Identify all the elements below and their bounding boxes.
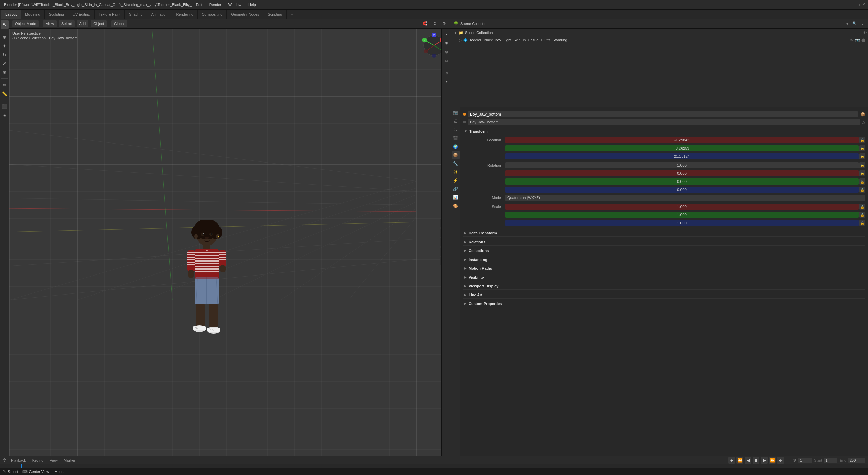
toolbar-annotate[interactable]: ✏ [1,81,9,89]
close-btn[interactable]: ✕ [862,2,865,7]
relations-header[interactable]: ▶ Relations [463,238,865,246]
start-frame-input[interactable] [824,458,837,463]
tab-modeling[interactable]: Modeling [21,10,45,19]
motion-paths-header[interactable]: ▶ Motion Paths [463,265,865,272]
props-tab-output[interactable]: 🖨 [452,117,460,125]
timeline-playback[interactable]: Playback [9,458,28,463]
tab-sculpting[interactable]: Sculpting [45,10,68,19]
viewport-shading-solid[interactable]: ● [442,30,451,38]
tab-animation[interactable]: Animation [147,10,172,19]
outliner-search-btn[interactable]: 🔍 [852,21,858,27]
props-tab-material[interactable]: 🎨 [452,202,460,210]
collections-header[interactable]: ▶ Collections [463,247,865,254]
viewport-view-menu[interactable]: View [43,20,57,27]
viewport-select-menu[interactable]: Select [59,20,75,27]
eye-icon[interactable]: 👁 [863,31,867,35]
menu-render[interactable]: Render [206,0,225,10]
viewport-add-menu[interactable]: Add [77,20,89,27]
visibility-header[interactable]: ▶ Visibility [463,273,865,281]
props-tab-modifier[interactable]: 🔧 [452,159,460,168]
toolbar-cursor[interactable]: ⊕ [1,33,9,41]
item-render-icon[interactable]: ⬤ [861,38,865,42]
toolbar-transform[interactable]: ⊞ [1,68,9,76]
tab-geometry-nodes[interactable]: Geometry Nodes [227,10,263,19]
props-tab-view-layer[interactable]: 🗂 [452,126,460,134]
menu-help[interactable]: Help [245,0,259,10]
scale-z-lock[interactable]: 🔒 [859,220,865,226]
toolbar-measure[interactable]: 📏 [1,90,9,98]
minimize-btn[interactable]: ─ [852,3,855,7]
transform-orientation[interactable]: Global [111,20,127,27]
play-forward[interactable]: ▶ [761,457,768,464]
scene-collection-label[interactable]: Scene Collection [465,31,493,35]
end-frame-input[interactable] [848,458,865,463]
play-stop[interactable]: ⏹ [753,457,760,464]
location-y-lock[interactable]: 🔒 [859,145,865,151]
tab-shading[interactable]: Shading [125,10,147,19]
tab-add[interactable]: + [287,10,297,19]
play-reverse[interactable]: ◀ [745,457,751,464]
rotation-z-lock[interactable]: 🔒 [859,187,865,193]
props-tab-world[interactable]: 🌍 [452,142,460,151]
timeline-view[interactable]: View [47,458,60,463]
instancing-header[interactable]: ▶ Instancing [463,256,865,263]
viewport-object-menu[interactable]: Object [91,20,107,27]
tab-rendering[interactable]: Rendering [172,10,198,19]
delta-transform-header[interactable]: ▶ Delta Transform [463,229,865,237]
scale-x-field[interactable]: 1.000 [505,204,859,210]
object-name-label[interactable]: Boy_Jaw_bottom [468,111,858,117]
viewport-shading-wireframe[interactable]: □ [442,56,451,64]
line-art-header[interactable]: ▶ Line Art [463,291,865,299]
play-next-frame[interactable]: ⏩ [769,457,776,464]
menu-edit[interactable]: Edit [193,0,206,10]
viewport-shading-material[interactable]: ◉ [442,39,451,47]
rotation-z-field[interactable]: 0.000 [505,187,859,193]
viewport-gizmos[interactable]: ✦ [442,78,451,86]
location-x-lock[interactable]: 🔒 [859,137,865,143]
mode-selector[interactable]: Object Mode [12,20,39,27]
transform-section-header[interactable]: ▼ Transform [463,128,865,135]
play-jump-start[interactable]: ⏮ [728,457,735,464]
rotation-y-field[interactable]: 0.000 [505,178,859,185]
rotation-x-lock[interactable]: 🔒 [859,170,865,176]
rotation-w-field[interactable]: 1.000 [505,162,859,168]
toolbar-select[interactable]: ↖ [1,20,9,28]
toolbar-scale[interactable]: ⤢ [1,59,9,68]
item-eye-icon[interactable]: 👁 [850,38,854,42]
current-frame-input[interactable] [798,458,812,463]
location-x-field[interactable]: -1.29842 [505,137,859,143]
outliner-options-btn[interactable]: ⋮ [859,21,865,27]
tab-uv-editing[interactable]: UV Editing [68,10,95,19]
timeline-keying[interactable]: Keying [30,458,46,463]
mesh-name-label[interactable]: Boy_Jaw_bottom [468,119,860,125]
props-tab-data[interactable]: 📊 [452,193,460,202]
scale-y-lock[interactable]: 🔒 [859,212,865,218]
viewport-icon-settings[interactable]: ⚙ [440,20,448,28]
timeline-icon[interactable]: ⏱ [3,458,7,463]
rotation-x-field[interactable]: 0.000 [505,170,859,176]
rotation-y-lock[interactable]: 🔒 [859,178,865,185]
location-z-lock[interactable]: 🔒 [859,153,865,159]
props-tab-particles[interactable]: ✨ [452,168,460,176]
props-tab-object[interactable]: 📦 [452,151,460,159]
tab-compositing[interactable]: Compositing [198,10,227,19]
tab-scripting[interactable]: Scripting [263,10,287,19]
location-y-field[interactable]: -3.26253 [505,145,859,151]
viewport-icon-proportional[interactable]: ⊙ [431,20,439,28]
viewport-display-header[interactable]: ▶ Viewport Display [463,282,865,290]
scale-z-field[interactable]: 1.000 [505,220,859,226]
props-tab-render[interactable]: 📷 [452,109,460,117]
location-z-field[interactable]: 21.16124 [505,153,859,159]
props-tab-physics[interactable]: ⚡ [452,176,460,185]
rotation-mode-select[interactable]: Quaternion (WXYZ) [505,195,865,201]
custom-properties-header[interactable]: ▶ Custom Properties [463,300,865,307]
tab-layout[interactable]: Layout [1,10,21,19]
menu-window[interactable]: Window [225,0,245,10]
scale-x-lock[interactable]: 🔒 [859,204,865,210]
viewport-icon-snap[interactable]: 🧲 [421,20,429,28]
toolbar-move[interactable]: ✦ [1,42,9,50]
props-tab-constraints[interactable]: 🔗 [452,185,460,193]
outliner-item-toddler[interactable]: ▷ 💠 Toddler_Black_Boy_Light_Skin_in_Casu… [451,37,868,43]
item-camera-icon[interactable]: 📷 [855,38,860,42]
props-tab-scene[interactable]: 🎬 [452,134,460,142]
